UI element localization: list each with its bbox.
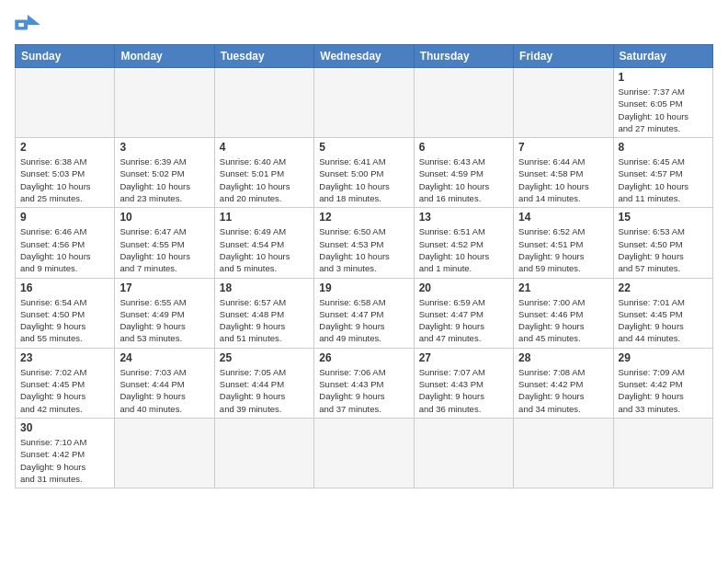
table-row: 6Sunrise: 6:43 AM Sunset: 4:59 PM Daylig… — [414, 138, 513, 208]
day-number: 10 — [119, 211, 209, 224]
table-row: 16Sunrise: 6:54 AM Sunset: 4:50 PM Dayli… — [16, 278, 115, 348]
day-info: Sunrise: 7:03 AM Sunset: 4:44 PM Dayligh… — [119, 366, 209, 415]
day-info: Sunrise: 6:54 AM Sunset: 4:50 PM Dayligh… — [20, 296, 109, 345]
day-number: 30 — [20, 421, 109, 434]
table-row: 5Sunrise: 6:41 AM Sunset: 5:00 PM Daylig… — [314, 138, 414, 208]
table-row — [16, 68, 115, 138]
day-info: Sunrise: 6:57 AM Sunset: 4:48 PM Dayligh… — [220, 296, 309, 345]
calendar-day-header: Saturday — [613, 45, 712, 68]
table-row: 3Sunrise: 6:39 AM Sunset: 5:02 PM Daylig… — [115, 138, 214, 208]
day-info: Sunrise: 6:55 AM Sunset: 4:49 PM Dayligh… — [119, 296, 209, 345]
calendar-day-header: Monday — [115, 45, 214, 68]
day-info: Sunrise: 6:44 AM Sunset: 4:58 PM Dayligh… — [518, 155, 608, 204]
table-row — [414, 418, 513, 488]
day-info: Sunrise: 6:50 AM Sunset: 4:53 PM Dayligh… — [319, 225, 408, 274]
table-row: 22Sunrise: 7:01 AM Sunset: 4:45 PM Dayli… — [613, 278, 712, 348]
calendar-table: SundayMondayTuesdayWednesdayThursdayFrid… — [15, 44, 713, 488]
table-row: 15Sunrise: 6:53 AM Sunset: 4:50 PM Dayli… — [613, 208, 712, 278]
day-info: Sunrise: 7:05 AM Sunset: 4:44 PM Dayligh… — [220, 366, 309, 415]
table-row: 9Sunrise: 6:46 AM Sunset: 4:56 PM Daylig… — [16, 208, 115, 278]
table-row — [514, 68, 613, 138]
day-info: Sunrise: 7:37 AM Sunset: 6:05 PM Dayligh… — [619, 86, 708, 134]
table-row: 28Sunrise: 7:08 AM Sunset: 4:42 PM Dayli… — [514, 348, 613, 418]
day-info: Sunrise: 7:00 AM Sunset: 4:46 PM Dayligh… — [518, 296, 608, 345]
calendar-week-row: 1Sunrise: 7:37 AM Sunset: 6:05 PM Daylig… — [16, 68, 713, 138]
day-number: 6 — [419, 141, 508, 154]
day-info: Sunrise: 6:49 AM Sunset: 4:54 PM Dayligh… — [220, 225, 309, 274]
day-number: 22 — [619, 282, 708, 294]
table-row: 25Sunrise: 7:05 AM Sunset: 4:44 PM Dayli… — [214, 348, 313, 418]
day-info: Sunrise: 7:07 AM Sunset: 4:43 PM Dayligh… — [419, 366, 508, 415]
table-row: 19Sunrise: 6:58 AM Sunset: 4:47 PM Dayli… — [314, 278, 414, 348]
day-number: 18 — [220, 282, 309, 294]
day-number: 24 — [119, 351, 209, 364]
day-info: Sunrise: 6:41 AM Sunset: 5:00 PM Dayligh… — [319, 155, 408, 204]
day-info: Sunrise: 7:10 AM Sunset: 4:42 PM Dayligh… — [20, 436, 109, 485]
table-row — [414, 68, 513, 138]
day-info: Sunrise: 6:47 AM Sunset: 4:55 PM Dayligh… — [119, 225, 209, 274]
calendar-week-row: 23Sunrise: 7:02 AM Sunset: 4:45 PM Dayli… — [16, 348, 713, 418]
calendar-header-row: SundayMondayTuesdayWednesdayThursdayFrid… — [16, 45, 713, 68]
table-row — [115, 68, 214, 138]
calendar-week-row: 2Sunrise: 6:38 AM Sunset: 5:03 PM Daylig… — [16, 138, 713, 208]
header — [15, 15, 713, 35]
day-number: 13 — [419, 211, 508, 224]
table-row: 12Sunrise: 6:50 AM Sunset: 4:53 PM Dayli… — [314, 208, 414, 278]
calendar-day-header: Friday — [514, 45, 613, 68]
table-row: 8Sunrise: 6:45 AM Sunset: 4:57 PM Daylig… — [613, 138, 712, 208]
calendar-week-row: 16Sunrise: 6:54 AM Sunset: 4:50 PM Dayli… — [16, 278, 713, 348]
table-row: 4Sunrise: 6:40 AM Sunset: 5:01 PM Daylig… — [214, 138, 313, 208]
svg-rect-2 — [18, 23, 24, 27]
svg-marker-1 — [28, 15, 40, 25]
calendar-week-row: 9Sunrise: 6:46 AM Sunset: 4:56 PM Daylig… — [16, 208, 713, 278]
calendar-day-header: Sunday — [16, 45, 115, 68]
day-info: Sunrise: 6:39 AM Sunset: 5:02 PM Dayligh… — [119, 155, 209, 204]
day-number: 25 — [220, 351, 309, 364]
table-row: 7Sunrise: 6:44 AM Sunset: 4:58 PM Daylig… — [514, 138, 613, 208]
day-number: 23 — [20, 351, 109, 364]
calendar-day-header: Tuesday — [214, 45, 313, 68]
table-row — [514, 418, 613, 488]
day-number: 2 — [20, 141, 109, 154]
generalblue-logo-icon — [15, 15, 40, 35]
table-row: 2Sunrise: 6:38 AM Sunset: 5:03 PM Daylig… — [16, 138, 115, 208]
day-number: 16 — [20, 282, 109, 294]
day-info: Sunrise: 7:01 AM Sunset: 4:45 PM Dayligh… — [619, 296, 708, 345]
day-info: Sunrise: 7:09 AM Sunset: 4:42 PM Dayligh… — [619, 366, 708, 415]
day-number: 26 — [319, 351, 408, 364]
calendar-day-header: Wednesday — [314, 45, 414, 68]
day-info: Sunrise: 7:06 AM Sunset: 4:43 PM Dayligh… — [319, 366, 408, 415]
table-row: 13Sunrise: 6:51 AM Sunset: 4:52 PM Dayli… — [414, 208, 513, 278]
calendar-day-header: Thursday — [414, 45, 513, 68]
day-number: 29 — [619, 351, 708, 364]
day-info: Sunrise: 6:52 AM Sunset: 4:51 PM Dayligh… — [518, 225, 608, 274]
day-info: Sunrise: 6:40 AM Sunset: 5:01 PM Dayligh… — [220, 155, 309, 204]
table-row: 18Sunrise: 6:57 AM Sunset: 4:48 PM Dayli… — [214, 278, 313, 348]
day-number: 19 — [319, 282, 408, 294]
table-row — [314, 68, 414, 138]
table-row — [314, 418, 414, 488]
table-row — [214, 68, 313, 138]
day-info: Sunrise: 7:02 AM Sunset: 4:45 PM Dayligh… — [20, 366, 109, 415]
table-row: 23Sunrise: 7:02 AM Sunset: 4:45 PM Dayli… — [16, 348, 115, 418]
table-row: 17Sunrise: 6:55 AM Sunset: 4:49 PM Dayli… — [115, 278, 214, 348]
day-number: 15 — [619, 211, 708, 224]
table-row: 10Sunrise: 6:47 AM Sunset: 4:55 PM Dayli… — [115, 208, 214, 278]
day-info: Sunrise: 6:45 AM Sunset: 4:57 PM Dayligh… — [619, 155, 708, 204]
table-row — [613, 418, 712, 488]
calendar-week-row: 30Sunrise: 7:10 AM Sunset: 4:42 PM Dayli… — [16, 418, 713, 488]
day-info: Sunrise: 7:08 AM Sunset: 4:42 PM Dayligh… — [518, 366, 608, 415]
day-info: Sunrise: 6:43 AM Sunset: 4:59 PM Dayligh… — [419, 155, 508, 204]
table-row — [115, 418, 214, 488]
day-number: 9 — [20, 211, 109, 224]
table-row: 29Sunrise: 7:09 AM Sunset: 4:42 PM Dayli… — [613, 348, 712, 418]
day-info: Sunrise: 6:58 AM Sunset: 4:47 PM Dayligh… — [319, 296, 408, 345]
table-row: 30Sunrise: 7:10 AM Sunset: 4:42 PM Dayli… — [16, 418, 115, 488]
day-number: 1 — [619, 71, 708, 84]
day-number: 8 — [619, 141, 708, 154]
day-number: 20 — [419, 282, 508, 294]
table-row: 27Sunrise: 7:07 AM Sunset: 4:43 PM Dayli… — [414, 348, 513, 418]
day-number: 28 — [518, 351, 608, 364]
day-number: 14 — [518, 211, 608, 224]
day-number: 21 — [518, 282, 608, 294]
